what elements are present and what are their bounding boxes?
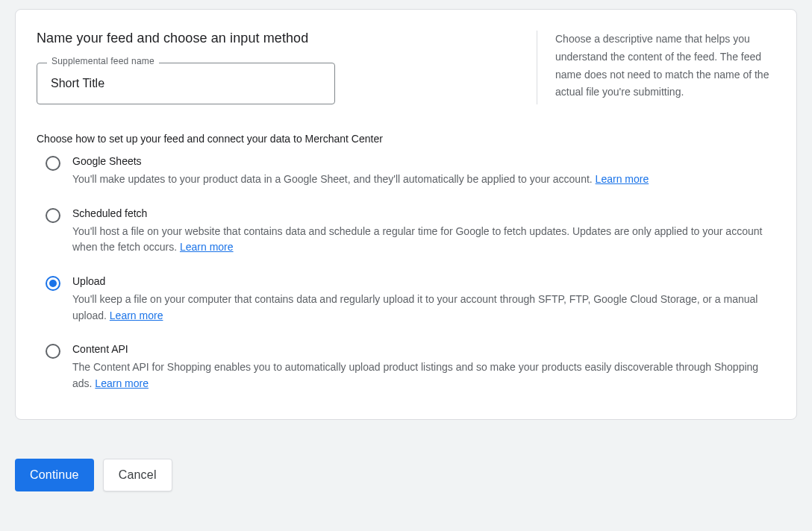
option-desc-text: You'll host a file on your website that … [72, 225, 762, 254]
option-desc: You'll host a file on your website that … [72, 224, 775, 256]
continue-button[interactable]: Continue [15, 459, 94, 491]
learn-more-link[interactable]: Learn more [110, 310, 163, 321]
help-text: Choose a descriptive name that helps you… [537, 31, 775, 104]
option-upload[interactable]: Upload You'll keep a file on your comput… [46, 275, 775, 324]
learn-more-link[interactable]: Learn more [95, 377, 149, 389]
option-title: Scheduled fetch [72, 207, 775, 219]
option-title: Google Sheets [72, 155, 775, 167]
input-method-options: Google Sheets You'll make updates to you… [46, 155, 775, 392]
feed-name-label: Supplemental feed name [47, 56, 159, 66]
option-body: Scheduled fetch You'll host a file on yo… [72, 207, 775, 256]
option-desc-text: The Content API for Shopping enables you… [72, 361, 758, 389]
option-desc: You'll make updates to your product data… [72, 172, 775, 188]
option-title: Content API [72, 343, 775, 355]
learn-more-link[interactable]: Learn more [180, 241, 234, 253]
option-desc: The Content API for Shopping enables you… [72, 359, 775, 392]
radio-scheduled-fetch[interactable] [46, 208, 60, 223]
radio-upload[interactable] [46, 276, 60, 291]
option-desc-text: You'll keep a file on your computer that… [72, 293, 758, 321]
radio-content-api[interactable] [46, 344, 60, 359]
option-google-sheets[interactable]: Google Sheets You'll make updates to you… [46, 155, 775, 188]
option-scheduled-fetch[interactable]: Scheduled fetch You'll host a file on yo… [46, 207, 775, 256]
feed-name-input[interactable] [37, 63, 335, 104]
option-desc: You'll keep a file on your computer that… [72, 292, 775, 324]
heading-and-input: Name your feed and choose an input metho… [37, 31, 507, 104]
section-heading: Name your feed and choose an input metho… [37, 31, 507, 46]
button-row: Continue Cancel [15, 459, 812, 491]
cancel-button[interactable]: Cancel [103, 459, 172, 491]
option-desc-text: You'll make updates to your product data… [72, 173, 596, 185]
option-body: Google Sheets You'll make updates to you… [72, 155, 775, 188]
feed-setup-card: Name your feed and choose an input metho… [15, 9, 797, 420]
learn-more-link[interactable]: Learn more [596, 173, 649, 185]
connect-subheading: Choose how to set up your feed and conne… [37, 133, 775, 145]
top-row: Name your feed and choose an input metho… [37, 31, 775, 104]
option-body: Upload You'll keep a file on your comput… [72, 275, 775, 324]
feed-name-field[interactable]: Supplemental feed name [37, 63, 335, 104]
option-title: Upload [72, 275, 775, 287]
option-body: Content API The Content API for Shopping… [72, 343, 775, 392]
option-content-api[interactable]: Content API The Content API for Shopping… [46, 343, 775, 392]
radio-google-sheets[interactable] [46, 156, 60, 171]
